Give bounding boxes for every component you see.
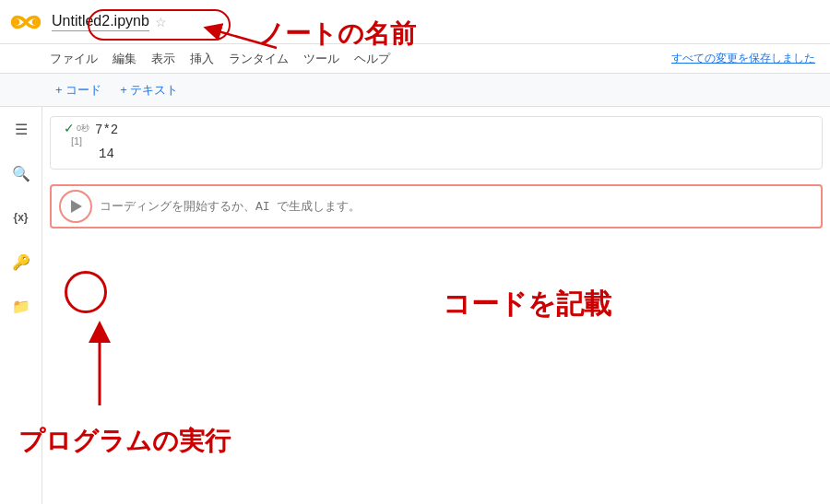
- menu-insert[interactable]: 挿入: [190, 51, 214, 67]
- svg-point-1: [32, 18, 38, 24]
- sidebar-files-icon[interactable]: 📁: [6, 291, 36, 321]
- cell-code-1[interactable]: 7*2: [95, 121, 814, 143]
- svg-point-0: [14, 18, 19, 24]
- colab-logo: [7, 4, 44, 41]
- new-cell-input[interactable]: [100, 200, 813, 214]
- menu-runtime[interactable]: ランタイム: [229, 51, 289, 67]
- toolbar: + コード + テキスト: [0, 74, 830, 107]
- sidebar: ☰ 🔍 {x} 🔑 📁: [0, 107, 42, 504]
- menu-edit[interactable]: 編集: [113, 51, 136, 67]
- notebook-name-area: Untitled2.ipynb ☆: [52, 13, 167, 31]
- plus-text-icon: + テキスト: [120, 82, 178, 99]
- cell-output-1: 14: [95, 143, 814, 165]
- top-bar: Untitled2.ipynb ☆: [0, 0, 830, 44]
- menu-view[interactable]: 表示: [151, 51, 175, 67]
- sidebar-toc-icon[interactable]: ☰: [6, 114, 36, 144]
- cell-time: 0秒: [77, 123, 89, 135]
- star-icon[interactable]: ☆: [155, 15, 167, 29]
- menu-tools[interactable]: ツール: [303, 51, 339, 67]
- run-cell-button[interactable]: [59, 190, 92, 223]
- cell-number: [1]: [71, 135, 82, 147]
- sidebar-secrets-icon[interactable]: 🔑: [6, 247, 36, 276]
- menu-help[interactable]: ヘルプ: [354, 51, 390, 67]
- play-icon: [71, 200, 82, 213]
- cell-run-check: ✓: [64, 121, 75, 135]
- plus-code-icon: + コード: [55, 82, 101, 99]
- new-cell-area: [50, 184, 823, 229]
- main-layout: ☰ 🔍 {x} 🔑 📁 ✓ 0秒 [1] 7*2 14: [0, 107, 830, 504]
- add-code-button[interactable]: + コード: [50, 80, 107, 100]
- menu-bar: ファイル 編集 表示 挿入 ランタイム ツール ヘルプ すべての変更を保存しまし…: [0, 44, 830, 74]
- sidebar-search-icon[interactable]: 🔍: [6, 158, 36, 188]
- code-cell-1: ✓ 0秒 [1] 7*2 14: [50, 116, 823, 170]
- menu-file[interactable]: ファイル: [50, 51, 98, 67]
- sidebar-variables-icon[interactable]: {x}: [6, 203, 36, 232]
- cell-content-1: 7*2 14: [95, 121, 814, 165]
- notebook-name[interactable]: Untitled2.ipynb: [52, 13, 149, 31]
- saved-status: すべての変更を保存しました: [671, 51, 815, 66]
- notebook-content: ✓ 0秒 [1] 7*2 14: [42, 107, 830, 504]
- add-text-button[interactable]: + テキスト: [114, 80, 184, 100]
